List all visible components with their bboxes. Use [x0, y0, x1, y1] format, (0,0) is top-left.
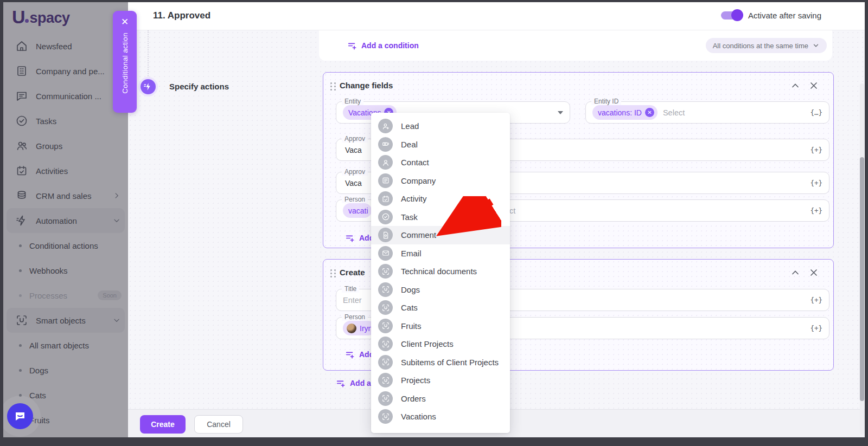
drag-handle-icon[interactable]: [330, 82, 336, 91]
person-chip[interactable]: vacati: [343, 203, 372, 218]
cancel-button[interactable]: Cancel: [194, 415, 243, 434]
email-icon: [378, 246, 393, 261]
dropdown-arrow-icon[interactable]: [558, 111, 563, 114]
toggle-knob-icon: [731, 9, 743, 21]
contact-icon: [378, 155, 393, 170]
app-screen: U spacy NewsfeedCompany and pe...Communi…: [3, 2, 865, 437]
dropdown-item-lead[interactable]: Lead: [371, 117, 510, 135]
dropdown-item-projects[interactable]: Projects: [371, 371, 510, 390]
company-icon: [378, 173, 393, 188]
smart-object-icon: [378, 355, 393, 370]
dropdown-item-task[interactable]: Task: [371, 208, 510, 227]
dropdown-item-label: Cats: [401, 303, 418, 312]
collapse-icon[interactable]: [790, 267, 801, 278]
vertical-scrollbar: [860, 83, 864, 435]
variable-picker-icon[interactable]: {+}: [810, 324, 822, 332]
collapse-icon[interactable]: [790, 80, 801, 91]
page-header: 11. Approved Activate after saving: [128, 2, 865, 30]
field-label: Approv: [342, 168, 368, 176]
dropdown-item-orders[interactable]: Orders: [371, 390, 510, 408]
smart-object-icon: [378, 300, 393, 315]
dropdown-item-technical-documents[interactable]: Technical documents: [371, 262, 510, 281]
entity-id-field[interactable]: Entity ID vacations: ID ✕ Select {…}: [585, 101, 829, 124]
field-value: Vaca: [345, 146, 362, 154]
step-connector-line: [148, 30, 149, 78]
drag-handle-icon[interactable]: [330, 269, 336, 277]
drawer-tab-label: Conditional action: [121, 33, 129, 94]
field-label: Entity: [342, 98, 363, 105]
variable-picker-icon[interactable]: {…}: [810, 108, 822, 117]
dropdown-item-email[interactable]: Email: [371, 244, 510, 263]
dropdown-item-contact[interactable]: Contact: [371, 153, 510, 172]
dropdown-item-label: Activity: [401, 194, 427, 203]
dropdown-item-client-projects[interactable]: Client Projects: [371, 335, 510, 353]
add-field-link[interactable]: Add: [345, 350, 374, 359]
add-condition-link[interactable]: Add a condition: [347, 41, 419, 50]
page-title: 11. Approved: [153, 10, 210, 21]
dropdown-item-label: Projects: [401, 376, 430, 385]
modal-dim-overlay: [3, 2, 128, 437]
conditional-action-drawer-tab: ✕ Conditional action: [113, 11, 137, 113]
dropdown-item-label: Deal: [401, 140, 418, 149]
smart-object-icon: [378, 264, 393, 279]
variable-picker-icon[interactable]: {+}: [810, 206, 822, 215]
window-frame: U spacy NewsfeedCompany and pe...Communi…: [0, 0, 868, 446]
activity-icon: [378, 191, 393, 206]
dropdown-item-label: Comment: [401, 230, 436, 240]
conditions-mode-select[interactable]: All conditions at the same time: [706, 38, 827, 53]
field-value: Vaca: [345, 179, 362, 188]
close-icon[interactable]: [808, 267, 819, 278]
smart-object-icon: [378, 282, 393, 297]
field-label: Person: [342, 196, 368, 203]
field-placeholder: Enter: [343, 296, 362, 305]
dropdown-item-dogs[interactable]: Dogs: [371, 281, 510, 299]
add-field-link[interactable]: Add: [345, 233, 374, 243]
chip-remove-icon[interactable]: ✕: [645, 108, 654, 117]
activate-toggle[interactable]: [721, 11, 742, 20]
field-label: Title: [342, 285, 359, 293]
smart-object-icon: [378, 373, 393, 387]
variable-picker-icon[interactable]: {+}: [810, 296, 822, 304]
field-label: Person: [342, 313, 368, 321]
dropdown-item-label: Orders: [401, 394, 426, 403]
comment-icon: [378, 228, 393, 242]
lead-icon: [378, 119, 393, 133]
dropdown-item-label: Fruits: [401, 321, 422, 331]
filter-plus-icon: [345, 233, 355, 243]
dropdown-item-subitems-of-client-projects[interactable]: Subitems of Client Projects: [371, 353, 510, 372]
card-title: Change fields: [340, 81, 393, 90]
task-icon: [378, 210, 393, 224]
card-title: Create: [340, 268, 365, 277]
filter-plus-icon: [347, 41, 357, 50]
support-chat-button[interactable]: [7, 403, 33, 429]
entity-id-chip[interactable]: vacations: ID ✕: [592, 105, 658, 120]
chevron-down-icon: [812, 42, 820, 49]
filter-plus-icon: [345, 350, 355, 359]
field-placeholder: Select: [663, 108, 685, 117]
scrollbar-thumb[interactable]: [860, 157, 864, 401]
variable-picker-icon[interactable]: {+}: [810, 146, 822, 154]
avatar: [347, 324, 356, 333]
specify-actions-label: Specify actions: [169, 82, 229, 91]
dropdown-item-cats[interactable]: Cats: [371, 299, 510, 317]
dropdown-item-label: Technical documents: [401, 267, 477, 276]
dropdown-item-activity[interactable]: Activity: [371, 190, 510, 208]
dropdown-item-label: Vacations: [401, 412, 436, 421]
dropdown-item-vacations[interactable]: Vacations: [371, 408, 510, 426]
dropdown-item-company[interactable]: Company: [371, 172, 510, 190]
variable-picker-icon[interactable]: {+}: [810, 179, 822, 187]
dropdown-item-label: Task: [401, 212, 418, 222]
smart-object-icon: [378, 319, 393, 333]
field-label: Entity ID: [591, 98, 621, 105]
dropdown-item-label: Subitems of Client Projects: [401, 358, 499, 367]
dropdown-item-fruits[interactable]: Fruits: [371, 317, 510, 335]
dropdown-item-label: Contact: [401, 158, 429, 167]
add-action-link[interactable]: Add an: [336, 378, 375, 388]
close-icon[interactable]: [808, 80, 819, 91]
close-icon[interactable]: ✕: [121, 17, 129, 27]
dropdown-item-comment[interactable]: Comment: [371, 226, 510, 244]
create-button[interactable]: Create: [140, 415, 186, 434]
dropdown-item-label: Lead: [401, 121, 419, 131]
activate-toggle-label: Activate after saving: [748, 11, 821, 20]
dropdown-item-deal[interactable]: Deal: [371, 135, 510, 154]
